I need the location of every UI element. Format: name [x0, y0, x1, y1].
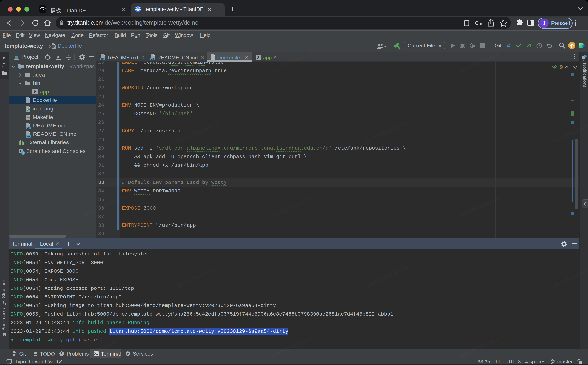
- svg-text:MD: MD: [101, 58, 105, 60]
- svg-text:</>: </>: [136, 7, 140, 10]
- svg-text:MD: MD: [151, 58, 154, 60]
